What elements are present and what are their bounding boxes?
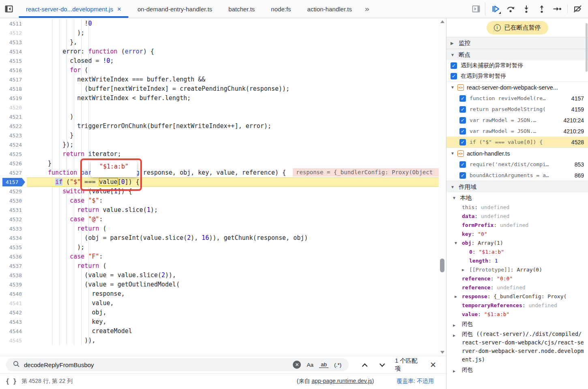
scope-row[interactable]: value: "$1:a:b" [446, 310, 588, 319]
coverage-link[interactable]: 覆盖率: 不适用 [397, 378, 434, 385]
code-line[interactable]: 4538 (value = value.slice(2)), [0, 271, 439, 280]
tab-on-demand-entry-handler-ts[interactable]: on-demand-entry-handler.ts [129, 0, 220, 18]
next-match-button[interactable] [373, 361, 391, 368]
sidebar-scroll-thumb[interactable] [586, 23, 588, 72]
code-line[interactable]: 4521 ) [0, 112, 439, 122]
line-number[interactable]: 4532 [0, 215, 27, 224]
tab-react-server-do-development-js[interactable]: react-server-do...development.js× [18, 0, 129, 18]
scope-row[interactable]: ▶response: {_bundlerConfig: Proxy( [446, 292, 588, 301]
resume-script-button[interactable] [489, 2, 502, 16]
line-number[interactable]: 4540 [0, 289, 27, 299]
clear-search-icon[interactable]: ✕ [293, 361, 301, 369]
code-line[interactable]: 4527 function parseModelString(response,… [0, 168, 439, 177]
breakpoint-row[interactable]: ✓boundActionArguments = a…869 [446, 170, 588, 181]
code-line[interactable]: 4536 case "F": [0, 252, 439, 261]
close-search-icon[interactable]: ✕ [426, 360, 440, 370]
checkbox-checked-icon[interactable]: ✓ [459, 172, 466, 179]
breakpoint-row[interactable]: ✓if ("$" === value[0]) {4528 [446, 137, 588, 147]
close-tab-icon[interactable]: × [117, 6, 121, 13]
scope-row[interactable]: this: undefined [446, 203, 588, 212]
line-number[interactable]: 4545 [0, 336, 27, 345]
scope-row[interactable]: reference: "0:0" [446, 274, 588, 283]
scope-closure-row[interactable]: ▶闭包 [446, 319, 588, 329]
editor-vertical-scrollbar[interactable] [439, 18, 446, 356]
code-line[interactable]: 4531 return value.slice(1); [0, 205, 439, 215]
breakpoint-file-group[interactable]: ▼<>react-server-dom-webpack-serve... [446, 81, 588, 93]
scope-closure-row[interactable]: ▶闭包 [446, 365, 588, 375]
step-out-button[interactable] [535, 2, 549, 16]
line-number[interactable]: 4531 [0, 205, 27, 215]
line-number[interactable]: 4523 [0, 131, 27, 140]
scope-local-header[interactable]: ▼ 本地 [446, 192, 588, 203]
checkbox-checked-icon[interactable]: ✓ [459, 117, 466, 124]
code-line[interactable]: 4519 nextWriteIndex < buffer.length; [0, 94, 439, 103]
scroll-up-arrow-icon[interactable] [440, 20, 444, 23]
breakpoint-option[interactable]: ✓遇到未捕获的异常时暂停 [446, 60, 588, 71]
code-line[interactable]: 4515 closed = !0; [0, 56, 439, 66]
previous-match-button[interactable] [356, 361, 373, 368]
code-line[interactable]: 4512 ); [0, 28, 439, 38]
section-watch[interactable]: ▶ 监控 [446, 37, 588, 49]
line-number[interactable]: 4512 [0, 28, 27, 38]
line-number[interactable]: 4533 [0, 224, 27, 233]
line-number[interactable]: 4515 [0, 56, 27, 66]
code-line[interactable]: 4514 error: function (error) { [0, 47, 439, 56]
scope-row[interactable]: ▼obj: Array(1) [446, 239, 588, 248]
line-number[interactable]: 4539 [0, 280, 27, 289]
breakpoint-row[interactable]: ✓require('next/dist/compi…853 [446, 159, 588, 170]
line-number[interactable]: 4541 [0, 299, 27, 308]
code-line[interactable]: 4535 ); [0, 243, 439, 252]
code-line[interactable]: 4541 value, [0, 299, 439, 308]
scope-row[interactable]: data: undefined [446, 212, 588, 221]
breakpoint-file-group[interactable]: ▼<>action-handler.ts [446, 147, 588, 159]
line-number[interactable]: 4544 [0, 327, 27, 336]
chevron-right-icon[interactable]: ▶ [462, 265, 466, 274]
execution-line-marker[interactable]: 4157 [0, 177, 27, 187]
code-line[interactable]: 4530 case "$": [0, 196, 439, 205]
checkbox-checked-icon[interactable]: ✓ [459, 128, 466, 135]
code-line[interactable]: 4525 return iterator; [0, 150, 439, 159]
line-number[interactable]: 4525 [0, 150, 27, 159]
code-line[interactable]: 4513 }, [0, 38, 439, 47]
line-number[interactable]: 4526 [0, 159, 27, 168]
code-line[interactable]: 4532 case "@": [0, 215, 439, 224]
checkbox-checked-icon[interactable]: ✓ [459, 139, 466, 145]
line-number[interactable]: 4519 [0, 94, 27, 103]
line-number[interactable]: 4535 [0, 243, 27, 252]
line-number[interactable]: 4542 [0, 308, 27, 317]
code-line[interactable]: 4542 obj, [0, 308, 439, 317]
breakpoint-option[interactable]: ✓在遇到异常时暂停 [446, 71, 588, 81]
code-line[interactable]: 4522 triggerErrorOnChunk(buffer[nextWrit… [0, 122, 439, 131]
line-number[interactable]: 4522 [0, 122, 27, 131]
deactivate-breakpoints-button[interactable] [571, 2, 585, 16]
scope-row[interactable]: ▶[[Prototype]]: Array(0) [446, 265, 588, 274]
scope-row[interactable]: length: 1 [446, 256, 588, 265]
code-line[interactable]: 4529 switch (value[1]) { [0, 187, 439, 196]
scope-row[interactable]: key: "0" [446, 230, 588, 239]
line-number[interactable]: 4514 [0, 47, 27, 56]
tab-action-handler-ts[interactable]: action-handler.ts [299, 0, 360, 18]
code-editor[interactable]: 4511 !04512 );4513 },4514 error: functio… [0, 18, 446, 356]
vertical-scroll-thumb[interactable] [440, 259, 444, 272]
line-number[interactable]: 4538 [0, 271, 27, 280]
line-number[interactable]: 4529 [0, 187, 27, 196]
chevron-right-icon[interactable]: ▶ [455, 292, 459, 301]
code-line[interactable]: 4517 nextWriteIndex === buffer.length && [0, 75, 439, 84]
scroll-down-arrow-icon[interactable] [440, 351, 444, 354]
code-lines[interactable]: 4511 !04512 );4513 },4514 error: functio… [0, 19, 439, 345]
pretty-print-icon[interactable]: { } [6, 378, 17, 385]
checkbox-checked-icon[interactable]: ✓ [459, 161, 466, 168]
line-number[interactable]: 4511 [0, 19, 27, 28]
whole-word-toggle[interactable]: ab [319, 361, 328, 368]
search-input[interactable] [24, 361, 289, 368]
code-line[interactable]: 4539 (value = getOutlinedModel( [0, 280, 439, 289]
section-scope[interactable]: ▼ 作用域 [446, 181, 588, 192]
code-line[interactable]: 4540 response, [0, 289, 439, 299]
code-line[interactable]: 4544 createModel [0, 327, 439, 336]
scope-row[interactable]: reference: undefined [446, 283, 588, 292]
line-number[interactable]: 4534 [0, 233, 27, 243]
code-line[interactable]: 4157 if ("$" === value[0]) { [0, 177, 439, 187]
line-number[interactable]: 4524 [0, 140, 27, 150]
checkbox-checked-icon[interactable]: ✓ [459, 95, 466, 102]
source-file-link[interactable]: app-page.runtime.dev.js [311, 378, 372, 384]
